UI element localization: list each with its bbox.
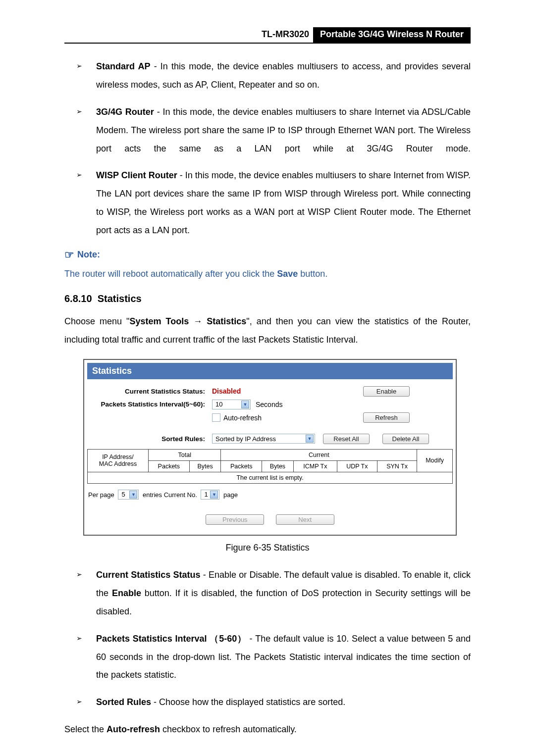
empty-row: The current list is empty. [88,472,453,483]
note-body: The router will reboot automatically aft… [64,265,471,282]
col-udp-tx: UDP Tx [337,460,377,472]
col-total-bytes: Bytes [189,460,221,472]
bullet-packets-interval: Packets Statistics Interval （5-60） - The… [76,630,471,685]
mode-item-standard-ap: Standard AP - In this mode, the device e… [76,57,471,94]
mode-name: Standard AP [96,61,151,71]
autorefresh-checkbox[interactable] [212,413,220,422]
sorted-select[interactable]: Sorted by IP Address ▼ [212,434,315,444]
sorted-label: Sorted Rules: [87,435,208,443]
col-modify: Modify [417,449,453,472]
explanation-list: Current Statistics Status - Enable or Di… [64,566,471,711]
statistics-screenshot: Statistics Current Statistics Status: Di… [83,359,457,536]
mode-item-3g4g: 3G/4G Router - In this mode, the device … [76,103,471,158]
bullet-current-status: Current Statistics Status - Enable or Di… [76,566,471,621]
figure-caption: Figure 6-35 Statistics [64,543,471,553]
col-icmp-tx: ICMP Tx [293,460,337,472]
status-label: Current Statistics Status: [87,388,208,395]
interval-unit: Seconds [251,401,282,408]
section-intro: Choose menu "System Tools → Statistics",… [64,312,471,349]
note-icon: ☞ [64,249,74,261]
previous-button[interactable]: Previous [206,514,264,525]
interval-select[interactable]: 10 ▼ [212,400,251,409]
page-header: TL-MR3020 Portable 3G/4G Wireless N Rout… [64,27,471,44]
section-heading: 6.8.10 Statistics [64,293,471,304]
statistics-table: IP Address/ MAC Address Total Current Mo… [87,449,453,484]
col-syn-tx: SYN Tx [377,460,417,472]
bullet-sorted-rules: Sorted Rules - Choose how the displayed … [76,693,471,711]
tail-paragraph: Select the Auto-refresh checkbox to refr… [64,720,471,739]
note-heading: ☞Note: [64,249,471,261]
refresh-button[interactable]: Refresh [363,412,410,423]
next-button[interactable]: Next [276,514,334,525]
chevron-down-icon: ▼ [210,491,218,499]
mode-item-wisp: WISP Client Router - In this mode, the d… [76,166,471,240]
mode-name: 3G/4G Router [96,107,154,117]
col-current-packets: Packets [221,460,262,472]
delete-all-button[interactable]: Delete All [382,434,429,444]
chevron-down-icon: ▼ [129,491,137,499]
perpage-select[interactable]: 5 ▼ [118,490,139,500]
panel-title: Statistics [87,363,453,379]
autorefresh-label: Auto-refresh [223,414,262,422]
chevron-down-icon: ▼ [306,435,314,443]
enable-button[interactable]: Enable [363,386,410,397]
product-name: Portable 3G/4G Wireless N Router [313,27,471,43]
reset-all-button[interactable]: Reset All [323,434,370,444]
chevron-down-icon: ▼ [241,401,249,408]
col-ip-mac: IP Address/ MAC Address [88,449,149,472]
pageno-select[interactable]: 1 ▼ [201,490,219,500]
status-value: Disabled [208,387,309,395]
mode-name: WISP Client Router [96,170,177,180]
col-total-packets: Packets [149,460,190,472]
col-current-bytes: Bytes [262,460,294,472]
col-group-current: Current [221,449,417,460]
pager: Per page 5 ▼ entries Current No. 1 ▼ pag… [84,487,456,511]
col-group-total: Total [149,449,221,460]
model-number: TL-MR3020 [258,27,313,43]
mode-list: Standard AP - In this mode, the device e… [64,57,471,240]
interval-label: Packets Statistics Interval(5~60): [87,401,208,408]
